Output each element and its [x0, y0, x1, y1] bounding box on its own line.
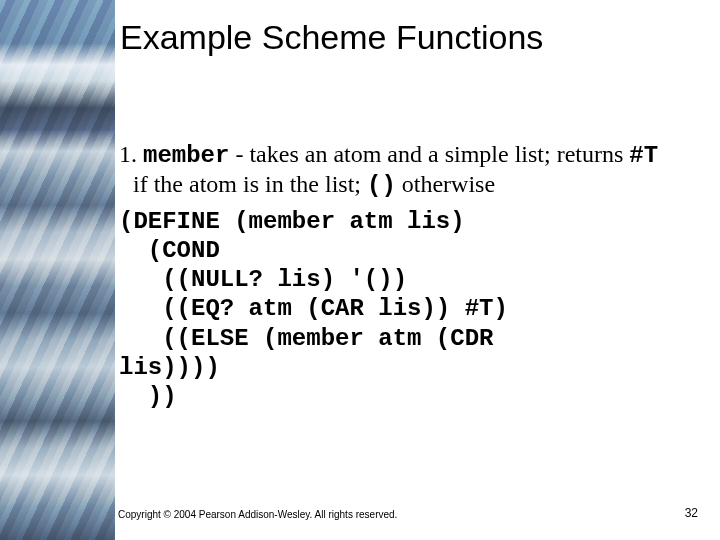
return-true: #T	[629, 142, 658, 169]
code-block: (DEFINE (member atm lis) (COND ((NULL? l…	[105, 207, 675, 412]
sidebar-mountain-image	[0, 0, 115, 540]
desc-text-2: if the atom is in the list;	[133, 171, 367, 197]
slide: Example Scheme Functions 1. member - tak…	[0, 0, 720, 540]
return-false: ()	[367, 172, 396, 199]
desc-text-3: otherwise	[396, 171, 495, 197]
page-number: 32	[685, 506, 698, 520]
function-name: member	[143, 142, 229, 169]
function-description: 1. member - takes an atom and a simple l…	[105, 140, 675, 201]
list-number: 1.	[119, 141, 137, 167]
slide-body: 1. member - takes an atom and a simple l…	[105, 140, 675, 411]
desc-text-1: - takes an atom and a simple list; retur…	[229, 141, 629, 167]
slide-title: Example Scheme Functions	[120, 18, 543, 57]
copyright-text: Copyright © 2004 Pearson Addison-Wesley.…	[118, 509, 397, 520]
